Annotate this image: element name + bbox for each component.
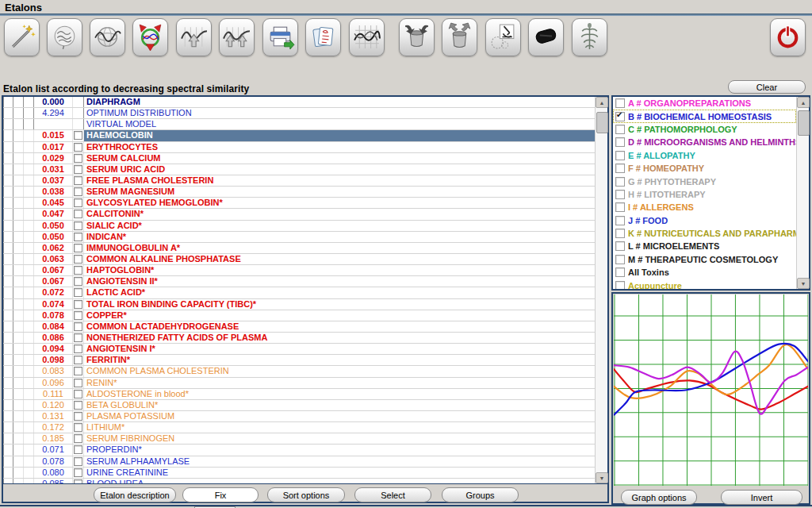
category-checkbox[interactable]	[615, 202, 625, 212]
row-checkbox[interactable]	[74, 322, 82, 331]
category-checkbox[interactable]: ✔	[615, 112, 625, 121]
row-checkbox[interactable]	[74, 176, 82, 185]
invert-button[interactable]: Invert	[721, 490, 802, 505]
row-checkbox[interactable]	[74, 154, 82, 163]
row-checkbox[interactable]	[74, 401, 82, 410]
row-checkbox[interactable]	[74, 300, 82, 309]
etalon-row[interactable]: 0.037FREE PLASMA CHOLESTERIN	[3, 175, 595, 187]
curves-grid-button[interactable]	[349, 18, 385, 56]
container-out-button[interactable]	[442, 18, 477, 56]
scroll-up-icon[interactable]: ▲	[596, 97, 608, 108]
etalon-row[interactable]: 0.038SERUM MAGNESIUM	[3, 187, 595, 198]
row-checkbox[interactable]	[74, 233, 82, 241]
categories-scrollbar-thumb[interactable]	[798, 110, 810, 136]
etalon-row[interactable]: 0.084COMMON LACTADEHYDROGENASE	[3, 321, 595, 333]
etalon-row[interactable]: 0.078COPPER*	[3, 310, 595, 321]
row-checkbox[interactable]	[74, 434, 82, 443]
scroll-down-icon[interactable]: ▼	[797, 278, 810, 289]
etalon-row[interactable]: 0.072LACTIC ACID*	[3, 287, 595, 298]
row-checkbox[interactable]	[74, 468, 82, 477]
head-wave-button[interactable]	[90, 18, 125, 56]
etalon-row[interactable]: 0.071PROPERDIN*	[3, 444, 595, 456]
etalon-row[interactable]: 0.172LITHIUM*	[3, 422, 595, 433]
category-item[interactable]: K # NUTRICEUTICALS AND PARAPHARMACEU	[613, 227, 796, 240]
row-checkbox[interactable]	[74, 221, 82, 230]
graph-options-button[interactable]: Graph options	[621, 490, 697, 505]
category-checkbox[interactable]	[615, 164, 625, 173]
row-checkbox[interactable]	[74, 423, 82, 432]
etalon-row[interactable]: 0.000DIAPHRAGM	[3, 97, 595, 108]
print-button[interactable]	[262, 18, 298, 56]
category-item[interactable]: Acupuncture	[613, 279, 796, 289]
etalon-row[interactable]: 0.062IMMUNOGLOBULIN A*	[3, 243, 595, 254]
wave-arrow-button[interactable]	[176, 18, 212, 56]
row-checkbox[interactable]	[74, 445, 82, 454]
category-item[interactable]: ✔B # BIOCHEMICAL HOMEOSTASIS	[613, 110, 796, 122]
select-button[interactable]: Select	[354, 487, 431, 502]
etalon-row[interactable]: 0.083COMMON PLASMA CHOLESTERIN	[3, 366, 595, 377]
etalon-row[interactable]: 0.067ANGIOTENSIN II*	[3, 276, 595, 287]
etalon-row[interactable]: 0.031SERUM URIC ACID	[3, 164, 595, 175]
row-checkbox[interactable]	[74, 277, 82, 286]
category-checkbox[interactable]	[615, 151, 625, 160]
row-checkbox[interactable]	[74, 266, 82, 275]
category-item[interactable]: L # MICROELEMENTS	[613, 240, 796, 252]
category-checkbox[interactable]	[615, 267, 625, 277]
category-checkbox[interactable]	[615, 229, 625, 238]
row-checkbox[interactable]	[74, 198, 82, 207]
plant-button[interactable]	[572, 18, 607, 56]
etalon-row[interactable]: 0.050SIALIC ACID*	[3, 221, 595, 232]
row-checkbox[interactable]	[74, 187, 82, 196]
exit-button[interactable]	[770, 18, 806, 56]
category-checkbox[interactable]	[615, 137, 625, 147]
microscope-button[interactable]	[485, 18, 521, 56]
groups-button[interactable]: Groups	[442, 487, 519, 502]
row-checkbox[interactable]	[74, 165, 82, 174]
row-checkbox[interactable]	[74, 412, 82, 421]
etalon-row[interactable]: 0.185SERUM FIBRINOGEN	[3, 433, 595, 444]
row-checkbox[interactable]	[74, 344, 82, 353]
clear-button[interactable]: Clear	[728, 80, 806, 94]
category-item[interactable]: C # PATHOMORPHOLOGY	[613, 123, 796, 136]
list-scrollbar-thumb[interactable]	[596, 112, 608, 133]
row-checkbox[interactable]	[74, 244, 82, 252]
category-item[interactable]: H # LITOTHERAPY	[613, 188, 796, 201]
category-checkbox[interactable]	[615, 125, 625, 134]
etalon-row[interactable]: 0.086NONETHERIZED FATTY ACIDS OF PLASMA	[3, 333, 595, 344]
etalon-row[interactable]: 0.015HAEMOGLOBIN	[3, 130, 595, 141]
category-checkbox[interactable]	[615, 177, 625, 187]
row-checkbox[interactable]	[74, 311, 82, 320]
fix-button[interactable]: Fix	[182, 487, 259, 502]
category-item[interactable]: M # THERAPEUTIC COSMETOLOGY	[613, 253, 796, 266]
category-item[interactable]: I # ALLERGENS	[613, 201, 796, 214]
row-checkbox[interactable]	[74, 143, 82, 152]
etalon-row[interactable]: 0.029SERUM CALCIUM	[3, 153, 595, 164]
category-checkbox[interactable]	[615, 216, 625, 225]
etalon-row[interactable]: 0.131PLASMA POTASSIUM	[3, 411, 595, 422]
etalon-row[interactable]: 0.098FERRITIN*	[3, 355, 595, 366]
category-item[interactable]: A # ORGANOPREPARATIONS	[613, 97, 796, 110]
etalon-row[interactable]: 0.067HAPTOGLOBIN*	[3, 265, 595, 276]
etalon-row[interactable]: 0.050INDICAN*	[3, 232, 595, 243]
etalon-row[interactable]: VIRTUAL MODEL	[3, 119, 595, 130]
etalon-row[interactable]: 0.080URINE CREATININE	[3, 468, 595, 479]
category-checkbox[interactable]	[615, 255, 625, 264]
category-item[interactable]: F # HOMEOPATHY	[613, 162, 796, 175]
scroll-up-icon[interactable]: ▲	[797, 97, 810, 108]
category-checkbox[interactable]	[615, 98, 625, 108]
category-item[interactable]: All Toxins	[613, 266, 796, 279]
category-checkbox[interactable]	[615, 190, 625, 199]
row-checkbox[interactable]	[74, 131, 82, 140]
wave-two-arrows-button[interactable]	[219, 18, 255, 56]
category-item[interactable]: J # FOOD	[613, 214, 796, 227]
etalon-row[interactable]: 0.063COMMON ALKALINE PHOSPHATASE	[3, 254, 595, 265]
row-checkbox[interactable]	[74, 288, 82, 297]
etalon-row[interactable]: 0.094ANGIOTENSIN I*	[3, 344, 595, 355]
category-checkbox[interactable]	[615, 281, 625, 289]
brain-button[interactable]	[47, 18, 82, 56]
wand-button[interactable]	[4, 18, 40, 56]
card-index-button[interactable]	[305, 18, 341, 56]
etalon-row[interactable]: 0.017ERYTHROCYTES	[3, 142, 595, 153]
etalon-row[interactable]: 0.074TOTAL IRON BINDING CAPACITY (TIBC)*	[3, 299, 595, 310]
etalon-row[interactable]: 0.047CALCITONIN*	[3, 209, 595, 220]
